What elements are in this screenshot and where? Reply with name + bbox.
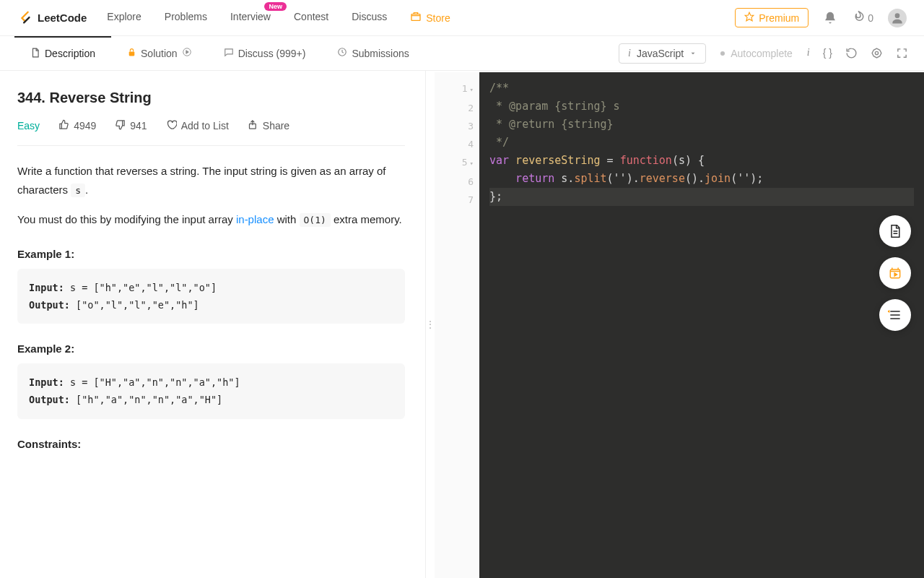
nav-problems[interactable]: Problems <box>165 11 207 25</box>
store-icon <box>410 11 422 25</box>
problem-tabs: Description Solution Discuss (999+) Subm… <box>0 36 425 70</box>
in-place-link[interactable]: in-place <box>236 213 274 225</box>
tab-discuss[interactable]: Discuss (999+) <box>208 36 322 70</box>
svg-rect-3 <box>129 51 135 56</box>
premium-button[interactable]: Premium <box>735 8 808 27</box>
chat-icon <box>224 47 234 59</box>
problem-description: Write a function that reverses a string.… <box>17 162 405 450</box>
svg-point-2 <box>895 13 900 18</box>
brand-logo[interactable]: LeetCode <box>17 10 87 26</box>
floating-actions <box>879 215 911 331</box>
star-icon <box>744 12 754 24</box>
tab-submissions[interactable]: Submissions <box>321 36 424 70</box>
tab-solution[interactable]: Solution <box>111 36 208 70</box>
nav-discuss[interactable]: Discuss <box>352 11 387 25</box>
top-nav: Explore Problems InterviewNew Contest Di… <box>107 11 735 25</box>
svg-marker-7 <box>872 48 881 58</box>
pane-splitter[interactable] <box>426 71 435 578</box>
desc-paragraph: You must do this by modifying the input … <box>17 210 405 229</box>
brand-name: LeetCode <box>38 12 87 24</box>
problem-pane: 344. Reverse String Easy 4949 941 Add to… <box>0 71 426 578</box>
settings-icon[interactable] <box>871 47 883 59</box>
info-icon[interactable]: i <box>807 47 810 59</box>
editor-toolbar: i JavaScript Autocomplete i { } <box>603 43 924 64</box>
line-gutter: 1▾2345▾67 <box>435 72 479 578</box>
drag-handle-icon <box>425 319 435 330</box>
fullscreen-icon[interactable] <box>896 47 908 59</box>
thumbs-down-icon <box>115 119 126 132</box>
hints-button[interactable] <box>879 299 911 331</box>
reset-icon[interactable] <box>845 47 858 59</box>
svg-marker-11 <box>894 273 897 276</box>
chevron-down-icon <box>689 48 697 59</box>
file-icon <box>30 48 40 60</box>
svg-marker-5 <box>186 51 188 54</box>
nav-explore[interactable]: Explore <box>107 11 141 25</box>
main-split: 344. Reverse String Easy 4949 941 Add to… <box>0 71 924 578</box>
svg-point-8 <box>875 51 878 54</box>
svg-marker-1 <box>745 12 754 21</box>
share-button[interactable]: Share <box>248 119 289 132</box>
code-content[interactable]: /** * @param {string} s * @return {strin… <box>479 72 924 578</box>
desc-paragraph: Write a function that reverses a string.… <box>17 162 405 199</box>
tabs-row: Description Solution Discuss (999+) Subm… <box>0 36 924 71</box>
nav-interview[interactable]: InterviewNew <box>230 11 271 25</box>
thumbs-up-icon <box>58 119 69 132</box>
svg-marker-12 <box>888 311 889 312</box>
like-button[interactable]: 4949 <box>58 119 96 132</box>
problem-meta: Easy 4949 941 Add to List Share <box>17 119 405 132</box>
app-header: LeetCode Explore Problems InterviewNew C… <box>0 0 924 36</box>
lock-icon <box>127 48 136 59</box>
divider <box>17 145 405 146</box>
svg-rect-0 <box>411 14 420 21</box>
example-1-title: Example 1: <box>17 248 405 260</box>
editor-pane: 1▾2345▾67 /** * @param {string} s * @ret… <box>435 71 924 578</box>
add-to-list-button[interactable]: Add to List <box>166 119 229 132</box>
play-circle-icon <box>182 47 192 59</box>
logo-icon <box>17 10 33 26</box>
braces-icon[interactable]: { } <box>823 47 832 59</box>
user-avatar[interactable] <box>888 9 907 27</box>
heart-icon <box>166 119 177 132</box>
video-button[interactable] <box>879 257 911 289</box>
dislike-button[interactable]: 941 <box>115 119 147 132</box>
new-badge: New <box>264 2 287 11</box>
nav-store[interactable]: Store <box>410 11 450 25</box>
problem-title: 344. Reverse String <box>17 90 405 106</box>
share-icon <box>248 119 258 132</box>
example-1-block: Input: s = ["h","e","l","l","o"]Output: … <box>17 269 405 324</box>
editor-icons: i { } <box>807 47 908 59</box>
language-select[interactable]: i JavaScript <box>619 43 706 64</box>
header-right: Premium 0 <box>735 8 907 27</box>
autocomplete-toggle[interactable]: Autocomplete <box>720 48 793 59</box>
example-2-title: Example 2: <box>17 342 405 355</box>
notes-button[interactable] <box>879 215 911 247</box>
bell-icon[interactable] <box>823 11 837 25</box>
code-editor[interactable]: 1▾2345▾67 /** * @param {string} s * @ret… <box>435 72 924 578</box>
nav-contest[interactable]: Contest <box>294 11 328 25</box>
example-2-block: Input: s = ["H","a","n","n","a","h"]Outp… <box>17 363 405 419</box>
fire-icon <box>852 10 865 25</box>
difficulty-badge: Easy <box>17 120 40 131</box>
clock-icon <box>337 47 347 59</box>
tab-description[interactable]: Description <box>14 36 111 70</box>
constraints-title: Constraints: <box>17 438 405 450</box>
status-dot-icon <box>720 51 725 56</box>
streak-counter[interactable]: 0 <box>852 10 873 25</box>
info-icon: i <box>628 48 631 59</box>
